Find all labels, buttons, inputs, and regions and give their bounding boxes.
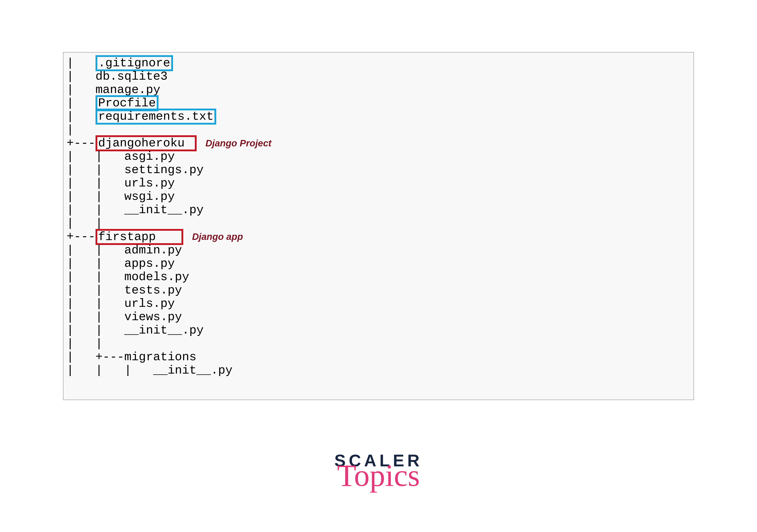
tree-line: +---firstappDjango app xyxy=(63,230,694,243)
tree-line: | | urls.py xyxy=(63,177,694,190)
tree-node-name: __init__.py xyxy=(124,323,203,337)
tree-prefix: | | xyxy=(67,216,103,230)
tree-line: | | wsgi.py xyxy=(63,190,694,203)
tree-node-name: __init__.py xyxy=(124,203,203,217)
tree-prefix: | +--- xyxy=(67,350,124,364)
tree-line: +---djangoherokuDjango Project xyxy=(63,137,694,150)
tree-line: | | xyxy=(63,217,694,230)
tree-line: | | apps.py xyxy=(63,257,694,270)
tree-prefix: | | xyxy=(67,190,124,203)
tree-node-name: __init__.py xyxy=(153,364,232,377)
tree-prefix: | | xyxy=(67,257,124,270)
tree-prefix: | xyxy=(67,123,74,137)
scaler-topics-logo: SCALER Topics xyxy=(0,452,757,500)
tree-line: | +---migrations xyxy=(63,350,694,364)
tree-line: | xyxy=(63,123,694,137)
tree-line: | Procfile xyxy=(63,97,694,110)
tree-node-name: manage.py xyxy=(96,83,161,97)
tree-line: | | __init__.py xyxy=(63,203,694,217)
tree-line: | requirements.txt xyxy=(63,110,694,123)
directory-tree-panel: | .gitignore| db.sqlite3| manage.py| Pro… xyxy=(63,52,694,400)
tree-node-name: djangoheroku xyxy=(96,135,197,151)
tree-prefix: | | xyxy=(67,297,124,310)
tree-prefix: | xyxy=(67,70,96,83)
tree-prefix: +--- xyxy=(67,230,96,244)
tree-prefix: | xyxy=(67,56,96,70)
tree-line: | | xyxy=(63,337,694,350)
tree-prefix: | | xyxy=(67,243,124,257)
tree-node-name: settings.py xyxy=(124,163,203,177)
tree-line: | | tests.py xyxy=(63,284,694,297)
tree-line: | | __init__.py xyxy=(63,324,694,337)
tree-node-name: admin.py xyxy=(124,243,182,257)
tree-node-name: urls.py xyxy=(124,297,175,310)
tree-prefix: | | xyxy=(67,310,124,324)
tree-line: | | urls.py xyxy=(63,297,694,310)
tree-node-name: migrations xyxy=(124,350,197,364)
tree-prefix: | | xyxy=(67,203,124,217)
tree-prefix: | | xyxy=(67,270,124,284)
tree-prefix: | xyxy=(67,83,96,97)
tree-node-name: db.sqlite3 xyxy=(96,70,167,83)
logo-text-topics: Topics xyxy=(0,464,757,500)
tree-node-name: apps.py xyxy=(124,257,175,270)
tree-prefix: | xyxy=(67,96,96,110)
tree-prefix: | | | xyxy=(67,364,153,377)
tree-node-name: firstapp xyxy=(96,229,183,245)
tree-node-name: urls.py xyxy=(124,177,175,190)
annotation-label: Django app xyxy=(192,231,243,242)
tree-node-name: tests.py xyxy=(124,284,182,297)
tree-node-name: wsgi.py xyxy=(124,190,175,203)
tree-line: | | models.py xyxy=(63,270,694,284)
tree-node-name: .gitignore xyxy=(96,55,173,71)
tree-prefix: | xyxy=(67,110,96,123)
tree-node-name: requirements.txt xyxy=(96,109,216,125)
tree-line: | | asgi.py xyxy=(63,150,694,163)
tree-prefix: | | xyxy=(67,337,103,350)
annotation-label: Django Project xyxy=(205,138,271,149)
tree-node-name: views.py xyxy=(124,310,182,324)
tree-prefix: | | xyxy=(67,177,124,190)
tree-node-name: asgi.py xyxy=(124,150,175,163)
tree-line: | | views.py xyxy=(63,310,694,324)
tree-line: | db.sqlite3 xyxy=(63,70,694,83)
logo-topics-word: Topics xyxy=(337,464,420,492)
tree-line: | | | __init__.py xyxy=(63,364,694,377)
tree-node-name: models.py xyxy=(124,270,189,284)
tree-line: | | settings.py xyxy=(63,163,694,177)
tree-prefix: | | xyxy=(67,284,124,297)
tree-prefix: | | xyxy=(67,323,124,337)
tree-prefix: | | xyxy=(67,163,124,177)
tree-prefix: +--- xyxy=(67,136,96,150)
tree-line: | | admin.py xyxy=(63,244,694,257)
tree-line: | manage.py xyxy=(63,83,694,97)
tree-prefix: | | xyxy=(67,150,124,163)
tree-line: | .gitignore xyxy=(63,57,694,70)
